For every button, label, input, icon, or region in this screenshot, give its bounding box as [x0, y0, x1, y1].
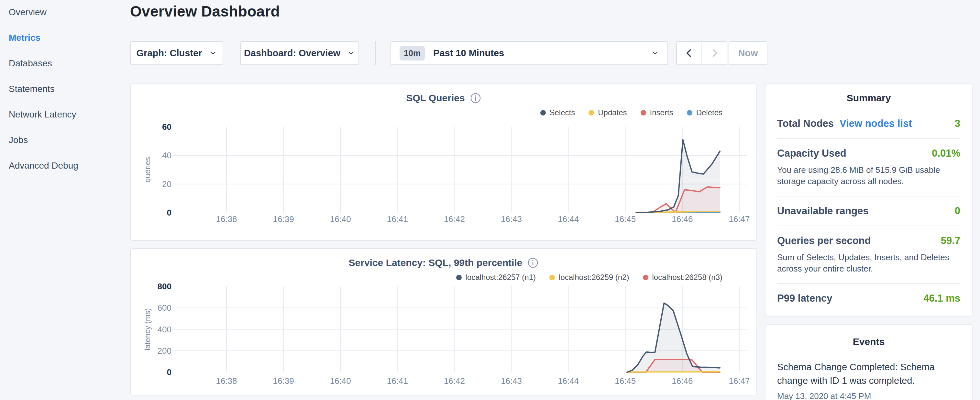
- svg-text:16:39: 16:39: [273, 376, 294, 386]
- service-latency-plot: 16:3816:3916:4016:4116:4216:4316:4416:45…: [131, 249, 756, 395]
- events-title: Events: [777, 336, 960, 347]
- svg-text:16:43: 16:43: [501, 214, 522, 224]
- previous-interval-button[interactable]: [677, 42, 702, 64]
- svg-text:16:42: 16:42: [444, 214, 465, 224]
- graph-scope-dropdown[interactable]: Graph: Cluster: [130, 41, 223, 65]
- summary-row-label: P99 latency: [777, 293, 832, 304]
- svg-text:16:40: 16:40: [330, 376, 351, 386]
- svg-text:16:41: 16:41: [387, 376, 408, 386]
- chevron-down-icon: [651, 49, 659, 57]
- svg-text:20: 20: [162, 179, 172, 189]
- svg-text:400: 400: [158, 325, 172, 334]
- dashboard-label: Dashboard: Overview: [244, 48, 340, 59]
- sidebar-item-databases[interactable]: Databases: [9, 58, 129, 84]
- event-timestamp: May 13, 2020 at 4:45 PM: [777, 391, 960, 400]
- sidebar-item-metrics[interactable]: Metrics: [9, 33, 129, 58]
- summary-row-total-nodes: Total Nodes View nodes list 3: [777, 118, 960, 138]
- view-nodes-list-link[interactable]: View nodes list: [840, 118, 912, 129]
- svg-text:16:39: 16:39: [273, 214, 294, 224]
- time-range-selector[interactable]: 10m Past 10 Minutes: [390, 41, 668, 65]
- events-panel: Events Schema Change Completed: Schema c…: [765, 324, 972, 400]
- chevron-right-icon: [709, 48, 720, 59]
- svg-text:40: 40: [162, 150, 172, 160]
- svg-text:16:44: 16:44: [558, 214, 579, 224]
- sidebar: Overview Metrics Databases Statements Ne…: [0, 0, 129, 400]
- svg-text:16:47: 16:47: [729, 376, 749, 386]
- svg-text:0: 0: [167, 208, 172, 217]
- svg-text:600: 600: [158, 303, 172, 312]
- sidebar-item-jobs[interactable]: Jobs: [9, 135, 129, 161]
- summary-row-label: Queries per second: [777, 235, 871, 247]
- svg-text:16:47: 16:47: [729, 214, 749, 224]
- dashboard-dropdown[interactable]: Dashboard: Overview: [240, 41, 359, 65]
- summary-row-queries-per-second: Queries per second 59.7 Sum of Selects, …: [777, 226, 960, 283]
- summary-row-label: Total Nodes: [777, 118, 834, 129]
- summary-row-label: Unavailable ranges: [777, 205, 869, 217]
- summary-row-unavailable-ranges: Unavailable ranges 0: [777, 196, 960, 226]
- svg-text:16:38: 16:38: [216, 214, 237, 224]
- summary-row-description: You are using 28.6 MiB of 515.9 GiB usab…: [777, 164, 960, 187]
- time-step-buttons: [676, 41, 727, 65]
- time-range-label: Past 10 Minutes: [433, 48, 643, 59]
- chevron-left-icon: [684, 48, 695, 59]
- summary-rows: Total Nodes View nodes list 3 Capacity U…: [777, 118, 960, 313]
- sidebar-item-overview[interactable]: Overview: [9, 7, 129, 33]
- graph-scope-label: Graph: Cluster: [136, 48, 202, 59]
- summary-row-value: 3: [955, 118, 960, 129]
- now-button[interactable]: Now: [729, 41, 767, 65]
- svg-text:queries: queries: [143, 157, 152, 183]
- chevron-down-icon: [209, 49, 217, 57]
- svg-text:16:44: 16:44: [558, 376, 579, 386]
- sql-queries-plot: 16:3816:3916:4016:4116:4216:4316:4416:45…: [131, 84, 756, 240]
- svg-text:0: 0: [167, 367, 172, 377]
- sql-queries-card: SQL Queries SelectsUpdatesInsertsDeletes…: [130, 83, 757, 241]
- sidebar-item-advanced-debug[interactable]: Advanced Debug: [9, 161, 129, 186]
- summary-row-value: 59.7: [941, 235, 960, 247]
- svg-text:16:45: 16:45: [615, 376, 636, 386]
- summary-row-label: Capacity Used: [777, 148, 846, 159]
- summary-row-value: 0: [955, 205, 960, 217]
- svg-text:latency (ms): latency (ms): [143, 308, 152, 351]
- sidebar-item-statements[interactable]: Statements: [9, 84, 129, 109]
- summary-row-value: 46.1 ms: [923, 293, 960, 304]
- summary-row-description: Sum of Selects, Updates, Inserts, and De…: [777, 252, 960, 274]
- svg-text:16:46: 16:46: [672, 214, 693, 224]
- next-interval-button[interactable]: [702, 42, 727, 64]
- svg-text:16:41: 16:41: [387, 214, 408, 224]
- service-latency-card: Service Latency: SQL, 99th percentile lo…: [130, 248, 757, 395]
- svg-text:16:40: 16:40: [330, 214, 351, 224]
- controls-divider: [375, 41, 376, 65]
- svg-text:16:42: 16:42: [444, 376, 465, 386]
- summary-row-capacity-used: Capacity Used 0.01% You are using 28.6 M…: [777, 138, 960, 196]
- svg-text:16:43: 16:43: [501, 376, 522, 386]
- svg-text:16:45: 16:45: [615, 214, 636, 224]
- svg-text:60: 60: [162, 122, 172, 132]
- event-text[interactable]: Schema Change Completed: Schema change w…: [777, 360, 960, 387]
- time-range-badge: 10m: [399, 46, 425, 61]
- summary-row-p99-latency: P99 latency 46.1 ms: [777, 283, 960, 313]
- page-title: Overview Dashboard: [130, 3, 280, 20]
- svg-text:16:46: 16:46: [672, 376, 693, 386]
- summary-row-value: 0.01%: [932, 148, 960, 159]
- chevron-down-icon: [347, 49, 355, 57]
- summary-title: Summary: [777, 92, 960, 104]
- svg-text:800: 800: [158, 282, 172, 291]
- summary-panel: Summary Total Nodes View nodes list 3 Ca…: [765, 83, 972, 317]
- svg-text:200: 200: [158, 346, 172, 356]
- sidebar-item-network-latency[interactable]: Network Latency: [9, 109, 129, 135]
- svg-text:16:38: 16:38: [216, 376, 237, 386]
- app-root: Overview Metrics Databases Statements Ne…: [0, 0, 980, 400]
